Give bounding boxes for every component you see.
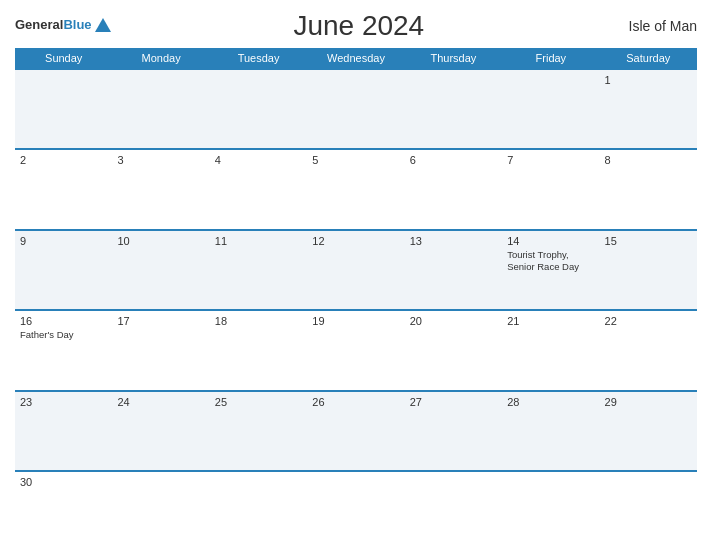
col-saturday: Saturday: [600, 48, 697, 68]
day-number: 27: [410, 396, 497, 408]
col-wednesday: Wednesday: [307, 48, 404, 68]
logo-text: GeneralBlue: [15, 18, 92, 32]
week-row-5: 23242526272829: [15, 390, 697, 470]
cal-cell: 24: [112, 392, 209, 470]
cal-cell: 14Tourist Trophy, Senior Race Day: [502, 231, 599, 309]
day-number: 8: [605, 154, 692, 166]
week-row-4: 16Father's Day171819202122: [15, 309, 697, 389]
cal-cell: [405, 472, 502, 540]
cal-cell: 6: [405, 150, 502, 228]
cal-cell: 13: [405, 231, 502, 309]
day-number: 6: [410, 154, 497, 166]
cal-cell: [502, 472, 599, 540]
cal-cell: 8: [600, 150, 697, 228]
day-number: 25: [215, 396, 302, 408]
page: GeneralBlue June 2024 Isle of Man Sunday…: [0, 0, 712, 550]
cal-cell: 15: [600, 231, 697, 309]
day-number: 28: [507, 396, 594, 408]
col-thursday: Thursday: [405, 48, 502, 68]
day-number: 19: [312, 315, 399, 327]
cal-cell: [112, 70, 209, 148]
day-number: 22: [605, 315, 692, 327]
day-number: 23: [20, 396, 107, 408]
day-number: 26: [312, 396, 399, 408]
day-number: 10: [117, 235, 204, 247]
cal-cell: 21: [502, 311, 599, 389]
day-number: 18: [215, 315, 302, 327]
week-row-1: 1: [15, 68, 697, 148]
day-number: 3: [117, 154, 204, 166]
col-tuesday: Tuesday: [210, 48, 307, 68]
day-number: 30: [20, 476, 107, 488]
cal-cell: 2: [15, 150, 112, 228]
col-friday: Friday: [502, 48, 599, 68]
cal-cell: [210, 472, 307, 540]
event-label: Father's Day: [20, 329, 107, 341]
cal-cell: 10: [112, 231, 209, 309]
cal-cell: [405, 70, 502, 148]
cal-cell: 26: [307, 392, 404, 470]
day-number: 14: [507, 235, 594, 247]
day-number: 13: [410, 235, 497, 247]
region-label: Isle of Man: [607, 18, 697, 34]
cal-cell: 20: [405, 311, 502, 389]
cal-cell: 17: [112, 311, 209, 389]
cal-cell: 16Father's Day: [15, 311, 112, 389]
day-number: 11: [215, 235, 302, 247]
col-monday: Monday: [112, 48, 209, 68]
day-number: 17: [117, 315, 204, 327]
cal-cell: [15, 70, 112, 148]
cal-cell: 30: [15, 472, 112, 540]
col-sunday: Sunday: [15, 48, 112, 68]
cal-cell: 4: [210, 150, 307, 228]
day-number: 2: [20, 154, 107, 166]
cal-cell: 29: [600, 392, 697, 470]
cal-cell: 19: [307, 311, 404, 389]
cal-cell: 1: [600, 70, 697, 148]
cal-cell: [502, 70, 599, 148]
cal-cell: 23: [15, 392, 112, 470]
cal-cell: [600, 472, 697, 540]
week-row-3: 91011121314Tourist Trophy, Senior Race D…: [15, 229, 697, 309]
cal-cell: 3: [112, 150, 209, 228]
day-number: 7: [507, 154, 594, 166]
cal-cell: [307, 70, 404, 148]
cal-cell: 27: [405, 392, 502, 470]
cal-cell: 11: [210, 231, 307, 309]
logo: GeneralBlue: [15, 18, 111, 34]
calendar-header: Sunday Monday Tuesday Wednesday Thursday…: [15, 48, 697, 68]
day-number: 24: [117, 396, 204, 408]
day-number: 12: [312, 235, 399, 247]
day-number: 20: [410, 315, 497, 327]
week-row-2: 2345678: [15, 148, 697, 228]
day-number: 5: [312, 154, 399, 166]
header: GeneralBlue June 2024 Isle of Man: [15, 10, 697, 42]
logo-triangle-icon: [95, 18, 111, 32]
cal-cell: [210, 70, 307, 148]
day-number: 15: [605, 235, 692, 247]
event-label: Tourist Trophy, Senior Race Day: [507, 249, 594, 274]
calendar: Sunday Monday Tuesday Wednesday Thursday…: [15, 48, 697, 540]
day-number: 9: [20, 235, 107, 247]
cal-cell: [307, 472, 404, 540]
cal-cell: 25: [210, 392, 307, 470]
calendar-title: June 2024: [111, 10, 607, 42]
cal-cell: [112, 472, 209, 540]
week-row-6: 30: [15, 470, 697, 540]
cal-cell: 5: [307, 150, 404, 228]
day-number: 29: [605, 396, 692, 408]
cal-cell: 22: [600, 311, 697, 389]
day-number: 4: [215, 154, 302, 166]
cal-cell: 9: [15, 231, 112, 309]
day-number: 16: [20, 315, 107, 327]
cal-cell: 28: [502, 392, 599, 470]
day-number: 21: [507, 315, 594, 327]
cal-cell: 7: [502, 150, 599, 228]
day-number: 1: [605, 74, 692, 86]
cal-cell: 18: [210, 311, 307, 389]
cal-cell: 12: [307, 231, 404, 309]
calendar-body: 1234567891011121314Tourist Trophy, Senio…: [15, 68, 697, 540]
